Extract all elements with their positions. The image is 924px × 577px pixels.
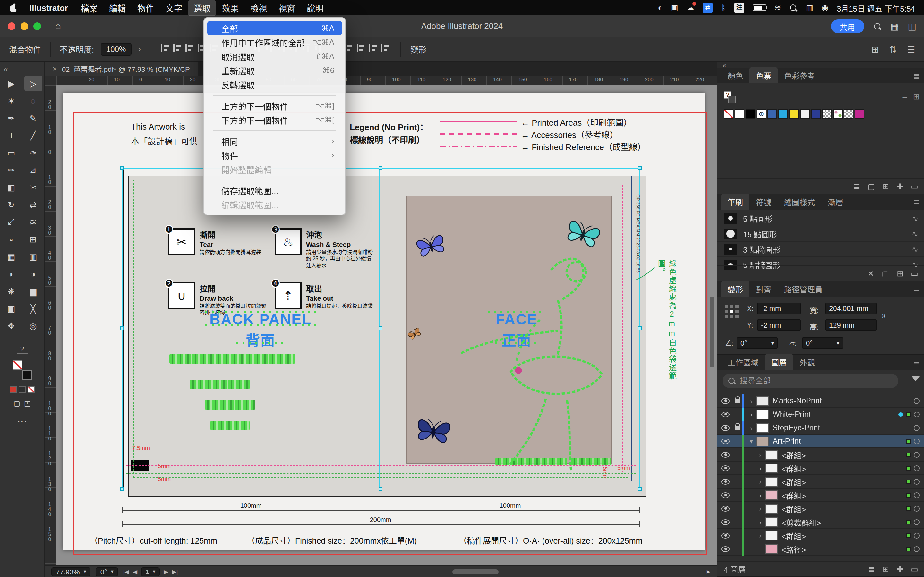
swatch-checker-2[interactable] (844, 109, 853, 119)
layer-thumbnail[interactable] (765, 530, 778, 540)
layers-footer-icon-2[interactable]: ✚ (897, 564, 903, 574)
align-icon[interactable] (381, 44, 390, 52)
visibility-eye-icon[interactable] (721, 398, 730, 404)
fill-swatch[interactable] (13, 360, 22, 370)
free-transform-tool-icon[interactable]: ▫ (2, 231, 20, 247)
menubar-item-文字[interactable]: 文字 (160, 0, 188, 16)
height-field[interactable]: 129 mm (825, 319, 877, 331)
align-icon[interactable] (345, 44, 353, 52)
target-circle-icon[interactable] (914, 411, 919, 417)
brush-footer-icon-2[interactable]: ⊞ (897, 269, 903, 278)
shape-builder-tool-icon[interactable]: ⊞ (24, 231, 42, 247)
expand-chevron-icon[interactable]: › (747, 424, 756, 431)
apple-menu-icon[interactable] (9, 3, 17, 12)
lock-column[interactable] (732, 398, 742, 403)
previous-artboard-button[interactable]: ◀ (133, 568, 137, 575)
expand-chevron-icon[interactable]: › (756, 492, 765, 498)
swatch-none[interactable] (724, 109, 733, 119)
layers-tab-工作區域[interactable]: 工作區域 (721, 354, 765, 370)
swatch-proxy[interactable]: ? (724, 91, 738, 104)
layer-row-0[interactable]: ›Marks-NoPrint (717, 394, 924, 408)
menu-item-9[interactable]: 相同› (207, 134, 342, 148)
expand-chevron-icon[interactable]: › (756, 505, 765, 512)
layer-row-3[interactable]: ▾Art-Print (717, 435, 924, 448)
brush-footer-icon-1[interactable]: ▢ (882, 269, 889, 278)
layer-name[interactable]: <群組> (782, 476, 806, 487)
options-right-icon-0[interactable]: ⊞ (871, 44, 879, 54)
visibility-eye-icon[interactable] (721, 492, 730, 498)
swatch-light[interactable] (800, 109, 810, 119)
layer-name[interactable]: Marks-NoPrint (772, 396, 822, 405)
lock-icon[interactable] (734, 398, 740, 403)
workspace-switcher-icon[interactable]: ◫ (908, 21, 916, 31)
layer-row-7[interactable]: ›<群組> (717, 488, 924, 502)
horizontal-ruler[interactable]: 2010010203040506070809010011012013014015… (57, 76, 717, 85)
swatch-footer-icon-1[interactable]: ▢ (867, 182, 875, 191)
artboard-number-field[interactable]: 1▾ (141, 567, 160, 576)
share-button[interactable]: 共用 (830, 19, 864, 33)
layer-thumbnail[interactable] (756, 423, 769, 432)
layer-row-5[interactable]: ›<群組> (717, 462, 924, 475)
opacity-stepper-icon[interactable]: › (138, 45, 141, 53)
input-source-icon[interactable]: 注 (734, 3, 744, 13)
layers-footer-icon-3[interactable]: ▭ (911, 564, 918, 574)
swatches-panel-menu-icon[interactable]: ≣ (908, 69, 924, 83)
opacity-value-field[interactable]: 100% (100, 43, 132, 55)
file-transfer-icon[interactable]: ⇄ (703, 3, 713, 13)
swatch-cyan[interactable] (779, 109, 788, 119)
layer-name[interactable]: <群組> (782, 503, 806, 514)
canvas[interactable]: This Artwork is 本「設計稿」可供 Legend (No Prin… (57, 85, 717, 566)
menubar-item-說明[interactable]: 說明 (301, 0, 329, 16)
target-circle-icon[interactable] (914, 479, 919, 484)
layer-thumbnail[interactable] (765, 490, 778, 500)
column-graph-tool-icon[interactable]: ▆ (24, 284, 42, 299)
menu-item-1[interactable]: 作用中工作區域的全部⌥⌘A (207, 35, 342, 49)
shaper-tool-icon[interactable]: ⊿ (24, 162, 42, 177)
align-icon[interactable] (186, 44, 194, 52)
lock-icon[interactable] (734, 425, 740, 430)
brush-footer-icon-0[interactable]: ✕ (867, 269, 874, 278)
target-circle-icon[interactable] (914, 492, 919, 498)
battery-icon[interactable] (753, 5, 766, 11)
layers-panel-menu-icon[interactable]: ≣ (908, 356, 924, 370)
visibility-eye-icon[interactable] (721, 411, 730, 417)
visibility-eye-icon[interactable] (721, 546, 730, 552)
layer-row-9[interactable]: ›<剪裁群組> (717, 516, 924, 529)
layers-tab-外觀[interactable]: 外觀 (793, 354, 821, 370)
constrain-proportions-icon[interactable]: ∞ (880, 314, 888, 319)
expand-chevron-icon[interactable]: › (747, 397, 756, 404)
eyedropper-tool-icon[interactable]: ◗ (2, 266, 20, 282)
align-icon[interactable] (162, 44, 170, 52)
target-circle-icon[interactable] (914, 398, 919, 404)
pencil-tool-icon[interactable]: ✏ (2, 162, 20, 177)
draw-normal-icon[interactable]: ▢ (13, 400, 20, 408)
menu-item-6[interactable]: 上方的下一個物件⌥⌘] (207, 99, 342, 113)
swatch-registration[interactable]: ⊕ (756, 109, 766, 119)
layer-row-10[interactable]: ›<群組> (717, 529, 924, 542)
visibility-eye-icon[interactable] (721, 506, 730, 511)
transform-tab-對齊[interactable]: 對齊 (750, 281, 778, 297)
swatch-checker-1[interactable] (822, 109, 832, 119)
vertical-ruler[interactable]: 2010010203040506070809010011012013014015… (45, 85, 57, 566)
bluetooth-icon[interactable]: ᛒ (721, 4, 726, 11)
magic-wand-tool-icon[interactable]: ✶ (2, 93, 20, 108)
layer-name[interactable]: <群組> (782, 463, 806, 474)
swatches-tab-色票[interactable]: 色票 (750, 67, 778, 83)
fill-stroke-proxy[interactable] (11, 360, 33, 380)
brushes-tab-符號[interactable]: 符號 (750, 193, 778, 210)
menubar-item-物件[interactable]: 物件 (132, 0, 160, 16)
menubar-item-檢視[interactable]: 檢視 (244, 0, 273, 16)
target-circle-icon[interactable] (914, 506, 919, 511)
layer-name[interactable]: <群組> (782, 490, 806, 500)
draw-behind-icon[interactable]: ◳ (24, 400, 31, 408)
rotate-angle-select[interactable]: 0°▾ (737, 337, 778, 349)
curvature-tool-icon[interactable]: ✎ (24, 110, 42, 126)
lock-column[interactable] (732, 425, 742, 430)
swatch-black[interactable] (746, 109, 755, 119)
layer-row-6[interactable]: ›<群組> (717, 475, 924, 488)
paintbrush-tool-icon[interactable]: ✑ (24, 145, 42, 160)
menubar-item-效果[interactable]: 效果 (216, 0, 244, 16)
options-right-icon-2[interactable]: ☰ (907, 44, 915, 54)
brushes-tab-漸層[interactable]: 漸層 (821, 193, 850, 210)
expand-chevron-icon[interactable]: › (747, 411, 756, 418)
